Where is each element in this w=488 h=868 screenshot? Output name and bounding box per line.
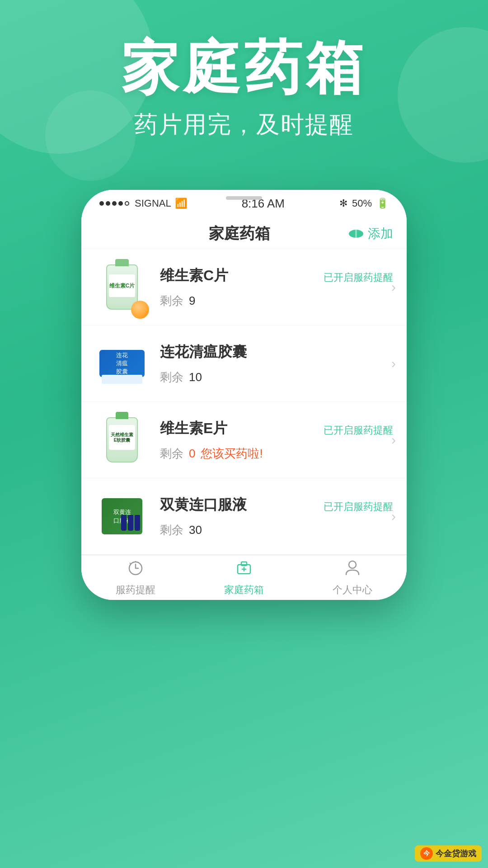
shuanghuanglian-name: 双黄连口服液 <box>160 495 247 515</box>
orange-decoration <box>131 301 149 319</box>
shuanghuanglian-image <box>95 489 149 543</box>
lianhua-strip <box>102 375 142 384</box>
profile-nav-icon <box>343 558 361 580</box>
vitamin-c-name-row: 维生素C片 已开启服药提醒 <box>160 266 393 289</box>
battery-icon: 🔋 <box>376 198 389 209</box>
signal-dot-2 <box>106 201 110 206</box>
shuanghuanglian-box <box>102 498 142 534</box>
shuanghuanglian-count-row: 剩余 30 <box>160 522 393 538</box>
vitamin-e-count: 0 <box>189 447 195 461</box>
pill-svg-icon <box>348 229 364 239</box>
vitamin-c-info: 维生素C片 已开启服药提醒 剩余 9 <box>149 266 393 309</box>
svg-line-6 <box>130 563 131 564</box>
vitamin-e-image: 天然维生素E软胶囊 <box>95 413 149 467</box>
lianhua-count-row: 剩余 10 <box>160 369 393 385</box>
vitamin-c-count: 9 <box>189 294 195 308</box>
vitamin-c-label: 维生素C片 <box>109 274 135 297</box>
watermark: 今 今金贷游戏 <box>415 845 482 862</box>
lianhua-chevron: › <box>391 356 396 371</box>
shuanghuanglian-chevron: › <box>391 509 396 524</box>
shuanghuanglian-count-label: 剩余 <box>160 522 183 538</box>
lianhua-name: 连花清瘟胶囊 <box>160 342 247 362</box>
shuanghuanglian-name-row: 双黄连口服液 已开启服药提醒 <box>160 495 393 519</box>
phone-frame: SIGNAL 📶 8:16 AM ✻ 50% 🔋 家庭药箱 <box>81 190 407 600</box>
shuanghuanglian-reminder: 已开启服药提醒 <box>324 500 393 514</box>
battery-percent: 50% <box>352 198 372 209</box>
reminder-icon-svg <box>127 558 145 576</box>
watermark-text: 今金贷游戏 <box>436 848 476 859</box>
watermark-logo: 今 <box>420 847 433 860</box>
navbar-title: 家庭药箱 <box>209 223 270 244</box>
sh-bottles <box>121 515 140 531</box>
hero-title: 家庭药箱 <box>0 36 488 100</box>
medicine-box-nav-label: 家庭药箱 <box>224 583 264 597</box>
lianhua-name-row: 连花清瘟胶囊 <box>160 342 393 366</box>
svg-point-11 <box>349 561 356 568</box>
shuanghuanglian-count: 30 <box>189 523 202 537</box>
add-pill-icon <box>348 229 364 239</box>
sh-bottle-1 <box>121 515 127 531</box>
signal-dot-1 <box>99 201 104 206</box>
add-medicine-button[interactable]: 添加 <box>348 225 393 242</box>
status-bar-left: SIGNAL 📶 <box>99 198 187 209</box>
reminder-nav-label: 服药提醒 <box>116 583 155 597</box>
sh-bottle-2 <box>128 515 133 531</box>
svg-rect-1 <box>355 230 357 238</box>
status-bar-right: ✻ 50% 🔋 <box>339 198 389 209</box>
medicine-box-icon-svg <box>235 558 253 576</box>
vitamin-e-count-label: 剩余 <box>160 446 183 462</box>
svg-rect-8 <box>241 562 247 566</box>
vitamin-e-info: 维生素E片 已开启服药提醒 剩余 0 您该买药啦! <box>149 419 393 462</box>
signal-dots <box>99 201 129 206</box>
vitamin-e-warning: 您该买药啦! <box>201 446 263 462</box>
nav-item-profile[interactable]: 个人中心 <box>298 558 407 597</box>
vitamin-c-count-row: 剩余 9 <box>160 293 393 309</box>
phone-mockup: SIGNAL 📶 8:16 AM ✻ 50% 🔋 家庭药箱 <box>81 190 407 600</box>
profile-icon-svg <box>343 558 361 576</box>
signal-dot-4 <box>118 201 123 206</box>
watermark-logo-text: 今 <box>423 849 430 858</box>
vitamin-c-bottle: 维生素C片 <box>106 264 138 310</box>
vitamin-c-reminder: 已开启服药提醒 <box>324 271 393 284</box>
lianhua-image <box>95 336 149 391</box>
lianhua-box <box>99 350 145 377</box>
signal-label: SIGNAL <box>135 198 171 209</box>
vitamin-e-label: 天然维生素E软胶囊 <box>109 425 135 450</box>
vitamin-e-name: 维生素E片 <box>160 419 227 439</box>
nav-item-reminder[interactable]: 服药提醒 <box>81 558 190 597</box>
app-navbar: 家庭药箱 添加 <box>81 217 407 249</box>
medicine-item-lianhua[interactable]: 连花清瘟胶囊 剩余 10 › <box>81 326 407 402</box>
medicine-list: 维生素C片 维生素C片 已开启服药提醒 剩余 9 › <box>81 249 407 555</box>
vitamin-c-image: 维生素C片 <box>95 260 149 314</box>
lianhua-count-label: 剩余 <box>160 369 183 385</box>
vitamin-e-count-row: 剩余 0 您该买药啦! <box>160 446 393 462</box>
shuanghuanglian-info: 双黄连口服液 已开启服药提醒 剩余 30 <box>149 495 393 538</box>
signal-dot-5 <box>125 201 129 206</box>
medicine-item-vitamin-e[interactable]: 天然维生素E软胶囊 维生素E片 已开启服药提醒 剩余 0 您该买药啦! › <box>81 402 407 478</box>
medicine-item-shuanghuanglian[interactable]: 双黄连口服液 已开启服药提醒 剩余 30 › <box>81 478 407 555</box>
lianhua-count: 10 <box>189 370 202 384</box>
status-bar: SIGNAL 📶 8:16 AM ✻ 50% 🔋 <box>81 190 407 217</box>
reminder-nav-icon <box>127 558 145 580</box>
bluetooth-icon: ✻ <box>339 198 347 209</box>
hero-section: 家庭药箱 药片用完，及时提醒 <box>0 36 488 141</box>
vitamin-e-chevron: › <box>391 432 396 448</box>
vitamin-c-count-label: 剩余 <box>160 293 183 309</box>
profile-nav-label: 个人中心 <box>333 583 372 597</box>
vitamin-e-reminder: 已开启服药提醒 <box>324 424 393 437</box>
lianhua-info: 连花清瘟胶囊 剩余 10 <box>149 342 393 385</box>
wifi-icon: 📶 <box>175 198 187 209</box>
vitamin-e-bottle: 天然维生素E软胶囊 <box>106 417 138 462</box>
hero-subtitle: 药片用完，及时提醒 <box>0 109 488 141</box>
medicine-item-vitamin-c[interactable]: 维生素C片 维生素C片 已开启服药提醒 剩余 9 › <box>81 249 407 326</box>
sh-bottle-3 <box>135 515 140 531</box>
medicine-box-nav-icon <box>235 558 253 580</box>
vitamin-e-name-row: 维生素E片 已开启服药提醒 <box>160 419 393 442</box>
vitamin-c-chevron: › <box>391 279 396 295</box>
signal-dot-3 <box>112 201 117 206</box>
phone-handle <box>226 196 262 200</box>
add-button-label[interactable]: 添加 <box>368 225 393 242</box>
vitamin-c-name: 维生素C片 <box>160 266 228 286</box>
nav-item-medicine-box[interactable]: 家庭药箱 <box>190 558 298 597</box>
bottom-navigation: 服药提醒 家庭药箱 <box>81 555 407 600</box>
